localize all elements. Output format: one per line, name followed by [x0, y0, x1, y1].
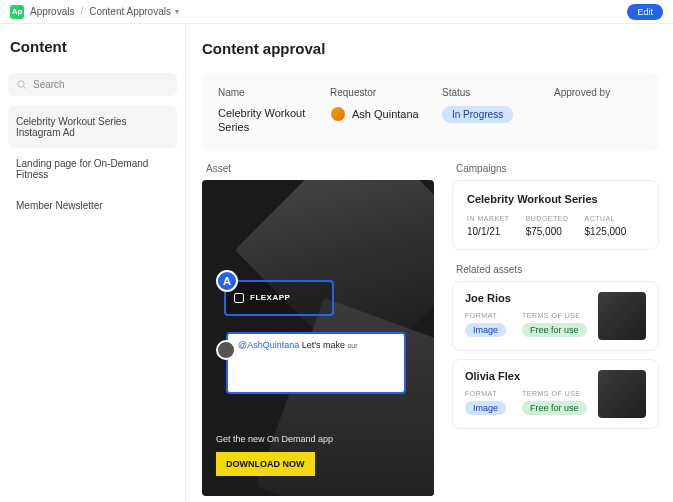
sidebar-item[interactable]: Member Newsletter: [8, 190, 177, 221]
asset-preview[interactable]: A FLEXAPP @AshQuintana Let's make our: [202, 180, 434, 496]
avatar: [330, 106, 346, 122]
svg-point-0: [18, 81, 24, 87]
asset-copy: Get the new On Demand app: [216, 434, 333, 444]
breadcrumb: Ap Approvals / Content Approvals ▾: [10, 5, 179, 19]
breadcrumb-separator: /: [80, 6, 83, 17]
search-placeholder: Search: [33, 79, 65, 90]
avatar: [216, 340, 236, 360]
mention: @AshQuintana: [238, 340, 299, 350]
chevron-down-icon: ▾: [175, 7, 179, 16]
terms-label: Terms of use: [522, 390, 587, 397]
app-label: FLEXAPP: [250, 293, 290, 302]
comment-tail: our: [347, 342, 357, 349]
format-badge: Image: [465, 401, 506, 415]
thumbnail: [598, 292, 646, 340]
campaign-k: In Market: [467, 215, 510, 222]
search-input[interactable]: Search: [8, 73, 177, 96]
terms-label: Terms of use: [522, 312, 587, 319]
breadcrumb-root[interactable]: Approvals: [30, 6, 74, 17]
campaign-title: Celebrity Workout Series: [467, 193, 644, 205]
campaign-k: Budgeted: [526, 215, 569, 222]
format-label: Format: [465, 390, 506, 397]
annotation-region[interactable]: FLEXAPP: [224, 280, 334, 316]
related-section-label: Related assets: [456, 264, 659, 275]
approval-summary: Name Celebrity Workout Series Requestor …: [202, 73, 659, 151]
related-asset-card[interactable]: Joe Rios Format Image Terms of use Free …: [452, 281, 659, 351]
format-badge: Image: [465, 323, 506, 337]
requestor-name: Ash Quintana: [352, 107, 419, 121]
download-button[interactable]: DOWNLOAD NOW: [216, 452, 315, 476]
col-requestor-label: Requestor: [330, 87, 430, 98]
edit-button[interactable]: Edit: [627, 4, 663, 20]
terms-badge: Free for use: [522, 401, 587, 415]
page-title: Content approval: [202, 40, 659, 57]
requestor[interactable]: Ash Quintana: [330, 106, 430, 122]
comment-box[interactable]: @AshQuintana Let's make our: [226, 332, 406, 394]
campaign-card[interactable]: Celebrity Workout Series In Market 10/1/…: [452, 180, 659, 250]
main: Content approval Name Celebrity Workout …: [186, 24, 673, 502]
related-asset-name: Joe Rios: [465, 292, 587, 304]
comment-body: Let's make: [302, 340, 345, 350]
terms-badge: Free for use: [522, 323, 587, 337]
campaigns-section-label: Campaigns: [456, 163, 659, 174]
app-badge: Ap: [10, 5, 24, 19]
col-approvedby-label: Approved by: [554, 87, 610, 98]
topbar: Ap Approvals / Content Approvals ▾ Edit: [0, 0, 673, 24]
breadcrumb-current-label: Content Approvals: [89, 6, 171, 17]
app-icon: [234, 293, 244, 303]
record-name: Celebrity Workout Series: [218, 106, 318, 135]
search-icon: [16, 79, 27, 90]
related-asset-card[interactable]: Olivia Flex Format Image Terms of use Fr…: [452, 359, 659, 429]
campaign-k: Actual: [585, 215, 627, 222]
campaign-v: $75,000: [526, 226, 569, 237]
sidebar-title: Content: [10, 38, 177, 55]
related-asset-name: Olivia Flex: [465, 370, 587, 382]
thumbnail: [598, 370, 646, 418]
status-badge: In Progress: [442, 106, 513, 123]
col-name-label: Name: [218, 87, 318, 98]
breadcrumb-current[interactable]: Content Approvals ▾: [89, 6, 179, 17]
sidebar: Content Search Celebrity Workout Series …: [0, 24, 186, 502]
asset-section-label: Asset: [206, 163, 442, 174]
col-status-label: Status: [442, 87, 542, 98]
svg-line-1: [24, 87, 26, 89]
campaign-v: 10/1/21: [467, 226, 510, 237]
sidebar-item[interactable]: Celebrity Workout Series Instagram Ad: [8, 106, 177, 148]
sidebar-item[interactable]: Landing page for On-Demand Fitness: [8, 148, 177, 190]
format-label: Format: [465, 312, 506, 319]
campaign-v: $125,000: [585, 226, 627, 237]
annotation-pin[interactable]: A: [216, 270, 238, 292]
comment-text: @AshQuintana Let's make our: [228, 334, 366, 392]
